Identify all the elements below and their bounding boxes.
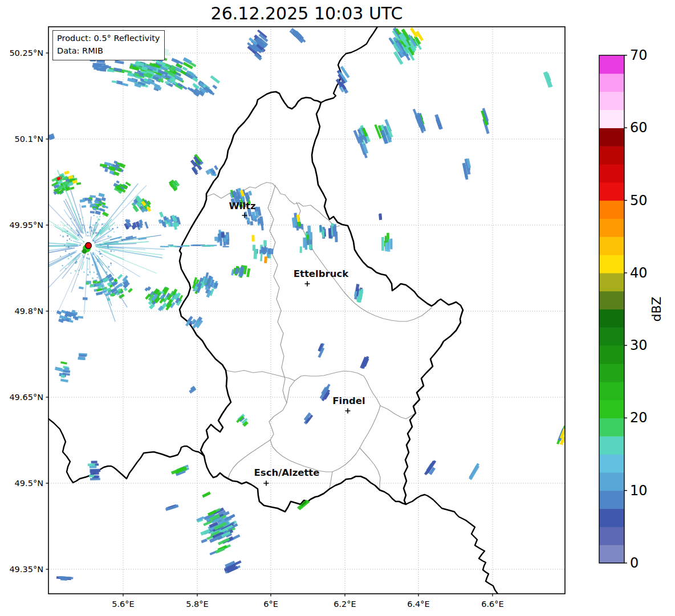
data-source-line: Data: RMIB xyxy=(57,45,160,58)
city-label: Findel xyxy=(332,395,365,406)
colorbar-tick-label: 30 xyxy=(630,337,648,353)
district-border xyxy=(296,202,432,321)
product-line: Product: 0.5° Reflectivity xyxy=(57,32,160,45)
colorbar-tick-label: 20 xyxy=(630,410,648,426)
lon-tick-label: 5.6°E xyxy=(112,599,134,609)
colorbar-tick-label: 60 xyxy=(630,120,648,136)
district-border xyxy=(330,472,332,489)
city-label: Esch/Alzette xyxy=(254,467,320,478)
lat-tick-label: 49.5°N xyxy=(15,479,43,488)
district-border xyxy=(269,371,380,472)
colorbar-tick-label: 40 xyxy=(630,265,648,281)
radar-site-dot xyxy=(86,243,92,249)
colorbar-tick-label: 50 xyxy=(630,193,648,209)
lat-tick-label: 50.1°N xyxy=(15,134,43,144)
map-canvas: WiltzEttelbruckFindelEsch/Alzette50.25°N… xyxy=(0,0,675,616)
colorbar-unit-label: dBZ xyxy=(649,296,664,321)
radar-map-screen: 26.12.2025 10:03 UTC WiltzEttelbruckFind… xyxy=(0,0,675,616)
district-border xyxy=(226,370,295,381)
city-label: Ettelbruck xyxy=(294,268,349,279)
colorbar-tick-label: 0 xyxy=(630,555,639,571)
lat-tick-label: 49.95°N xyxy=(9,221,43,230)
colorbar: 010203040506070dBZ xyxy=(599,47,664,571)
lat-tick-label: 50.25°N xyxy=(9,48,43,58)
city-marker xyxy=(345,409,351,414)
map-borders xyxy=(48,27,498,594)
city-marker xyxy=(264,481,269,486)
plot-frame xyxy=(48,27,565,594)
district-border xyxy=(380,406,416,419)
lon-tick-label: 5.8°E xyxy=(186,599,208,609)
lon-tick-label: 6.4°E xyxy=(407,599,429,609)
lat-tick-label: 49.65°N xyxy=(9,393,43,402)
luxembourg-border xyxy=(180,92,463,512)
lat-tick-label: 49.35°N xyxy=(9,565,43,574)
colorbar-tick-label: 70 xyxy=(630,47,648,63)
lon-tick-label: 6.6°E xyxy=(481,599,503,609)
lon-tick-label: 6°E xyxy=(263,599,278,609)
neighbor-border xyxy=(406,495,498,594)
axis-ticks: 50.25°N50.1°N49.95°N49.8°N49.65°N49.5°N4… xyxy=(9,48,503,609)
city-label: Wiltz xyxy=(229,201,255,211)
lat-tick-label: 49.8°N xyxy=(15,307,43,316)
colorbar-tick-label: 10 xyxy=(630,483,648,499)
city-marker xyxy=(305,282,310,287)
lon-tick-label: 6.2°E xyxy=(334,599,356,609)
neighbor-border xyxy=(321,27,377,103)
gridlines xyxy=(48,27,565,594)
product-info-box: Product: 0.5° Reflectivity Data: RMIB xyxy=(52,30,165,60)
